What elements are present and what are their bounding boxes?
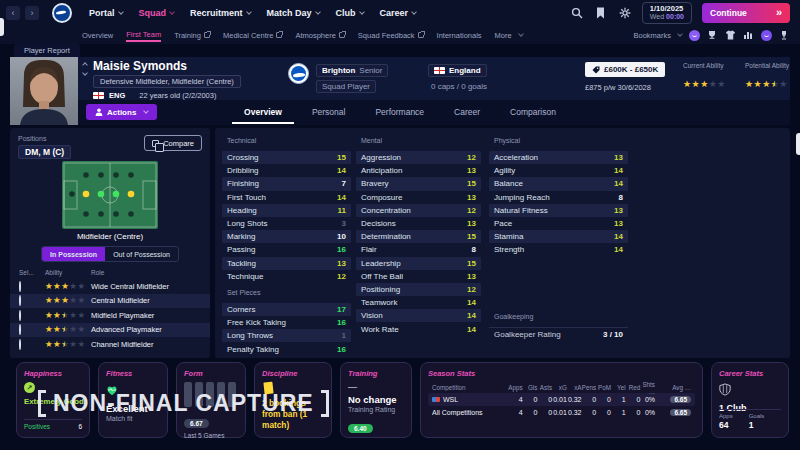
pitch-position-dot-dark (128, 172, 134, 178)
attr-free-kick-taking: Free Kick Taking16 (222, 316, 351, 329)
nav-item-squad[interactable]: Squad (139, 8, 175, 18)
nav-item-recruitment[interactable]: Recruitment (190, 8, 251, 18)
toggle-out-of-possession[interactable]: Out of Possession (105, 247, 178, 261)
right-edge-scroll-handle[interactable] (796, 133, 800, 155)
attr-crossing: Crossing15 (222, 151, 351, 164)
subnav-item-training[interactable]: Training (174, 31, 210, 40)
attr-acceleration: Acceleration13 (489, 151, 628, 164)
awards-icon[interactable] (778, 29, 790, 41)
pitch-position-dot-dark (128, 211, 134, 217)
role-row-channel-midfielder[interactable]: ★★★★★★★★★★Channel Midfielder (10, 337, 210, 352)
role-row-wide-central-midfielder[interactable]: ★★★★★★★★★★Wide Central Midfielder (10, 279, 210, 294)
toggle-in-possession[interactable]: In Possession (42, 247, 105, 261)
actions-button[interactable]: Actions (86, 104, 157, 120)
subnav-item-squad-feedback[interactable]: Squad Feedback (358, 31, 424, 40)
discipline-title: Discipline (262, 369, 324, 378)
pitch-position-dot-dark (113, 172, 119, 178)
nav-item-portal[interactable]: Portal (89, 8, 123, 18)
form-title: Form (184, 369, 238, 378)
player-age: 22 years old (2/2/2003) (139, 91, 216, 100)
player-meta: ENG 22 years old (2/2/2003) (93, 91, 216, 100)
role-row-central-midfielder[interactable]: ★★★★★★★★★★Central Midfielder (10, 294, 210, 309)
player-prev-next[interactable] (83, 63, 87, 75)
external-link-icon (276, 32, 282, 38)
positions-value: DM, M (C) (18, 145, 71, 159)
season-stats-card[interactable]: Season Stats CompetitionAppsGlsAstsxGxAP… (420, 362, 703, 438)
manager-avatar-icon[interactable] (688, 29, 700, 41)
attr-leadership: Leadership15 (356, 257, 481, 270)
game-date-widget[interactable]: 1/10/2025 Wed 00:00 (642, 2, 692, 23)
history-back-button[interactable]: ‹ (6, 6, 20, 20)
happiness-title: Happiness (24, 369, 82, 378)
role-ability-stars: ★★★★★★★★★★ (45, 340, 86, 349)
attr-dribbling: Dribbling14 (222, 164, 351, 177)
trophy-icon[interactable] (706, 29, 718, 41)
attr-finishing: Finishing7 (222, 177, 351, 190)
subnav-item-atmosphere[interactable]: Atmosphere (295, 31, 344, 40)
career-stat-apps: Apps64 (719, 413, 733, 430)
subnav-item-first-team[interactable]: First Team (126, 30, 161, 40)
fm-player-report-screen: ‹ › PortalSquadRecruitmentMatch DayClubC… (0, 0, 800, 450)
game-time: 00:00 (666, 13, 684, 20)
tab-performance[interactable]: Performance (363, 103, 436, 122)
season-stats-title: Season Stats (428, 369, 695, 378)
shirt-icon[interactable] (724, 29, 736, 41)
compare-button[interactable]: Compare (144, 135, 202, 151)
transfer-value-chip: £600K - £650K (585, 62, 665, 77)
season-col-gls: Gls (523, 384, 538, 391)
nav-item-match-day[interactable]: Match Day (267, 8, 320, 18)
season-col-pens: Pens (582, 384, 597, 391)
current-ability-label: Current Ability (683, 62, 726, 69)
role-radio[interactable] (19, 339, 21, 350)
player-report-tab[interactable]: Player Report (14, 44, 80, 57)
role-ability-stars: ★★★★★★★★★★ (45, 325, 86, 334)
subnav-item-medical-centre[interactable]: Medical Centre (223, 31, 282, 40)
role-radio[interactable] (19, 295, 21, 306)
stats-icon[interactable] (742, 29, 754, 41)
career-stats-card[interactable]: Career Stats 1 Club Apps64Goals1 (711, 362, 789, 438)
nav-item-career[interactable]: Career (380, 8, 417, 18)
subnav-item-overview[interactable]: Overview (82, 31, 113, 40)
form-rating-badge: 6.67 (184, 419, 209, 428)
nav-item-club[interactable]: Club (336, 8, 364, 18)
england-flag-icon (93, 92, 104, 99)
club-squad: Senior (359, 66, 382, 75)
role-radio[interactable] (19, 310, 21, 321)
bookmarks-menu[interactable]: Bookmarks (633, 31, 682, 40)
left-edge-panel-handle[interactable] (0, 18, 4, 36)
role-row-advanced-playmaker[interactable]: ★★★★★★★★★★Advanced Playmaker (10, 323, 210, 338)
continue-button[interactable]: Continue » (702, 3, 790, 23)
subnav-item-more[interactable]: More (495, 31, 523, 40)
watermark-bracket-left (38, 390, 46, 417)
attr-passing: Passing16 (222, 243, 351, 256)
set-pieces-title: Set Pieces (222, 289, 351, 299)
pitch-position-dot-dark (83, 172, 89, 178)
club-logo[interactable] (52, 3, 72, 23)
role-row-midfield-playmaker[interactable]: ★★★★★★★★★★Midfield Playmaker (10, 308, 210, 323)
fm-ball-icon[interactable] (760, 29, 772, 41)
attr-flair: Flair8 (356, 243, 481, 256)
tab-overview[interactable]: Overview (232, 103, 294, 124)
history-forward-button[interactable]: › (25, 6, 39, 20)
club-name[interactable]: Brighton (322, 66, 355, 75)
potential-ability-label: Potential Ability (745, 62, 789, 69)
role-radio[interactable] (19, 324, 21, 335)
search-icon[interactable] (570, 6, 584, 20)
potential-ability: Potential Ability ★★★★★★★★★★ (745, 62, 789, 91)
subnav-item-internationals[interactable]: Internationals (437, 31, 482, 40)
training-sub: Training Rating (348, 406, 404, 413)
technical-title: Technical (222, 137, 351, 147)
tab-personal[interactable]: Personal (300, 103, 358, 122)
gear-icon[interactable] (618, 6, 632, 20)
club-shield-icon (719, 383, 731, 396)
player-position-chip: Defensive Midfielder, Midfielder (Centre… (93, 75, 241, 88)
attr-work-rate: Work Rate14 (356, 322, 481, 335)
tab-comparison[interactable]: Comparison (498, 103, 568, 122)
season-col-yel: Yel (611, 384, 626, 391)
nation-name[interactable]: England (449, 66, 481, 75)
training-card[interactable]: Training — No change Training Rating 6.4… (340, 362, 412, 438)
season-row-wsl: WSL4000.010.3200100%6.65 (428, 393, 695, 406)
tab-career[interactable]: Career (442, 103, 492, 122)
bookmark-icon[interactable] (594, 6, 608, 20)
role-radio[interactable] (19, 281, 21, 292)
